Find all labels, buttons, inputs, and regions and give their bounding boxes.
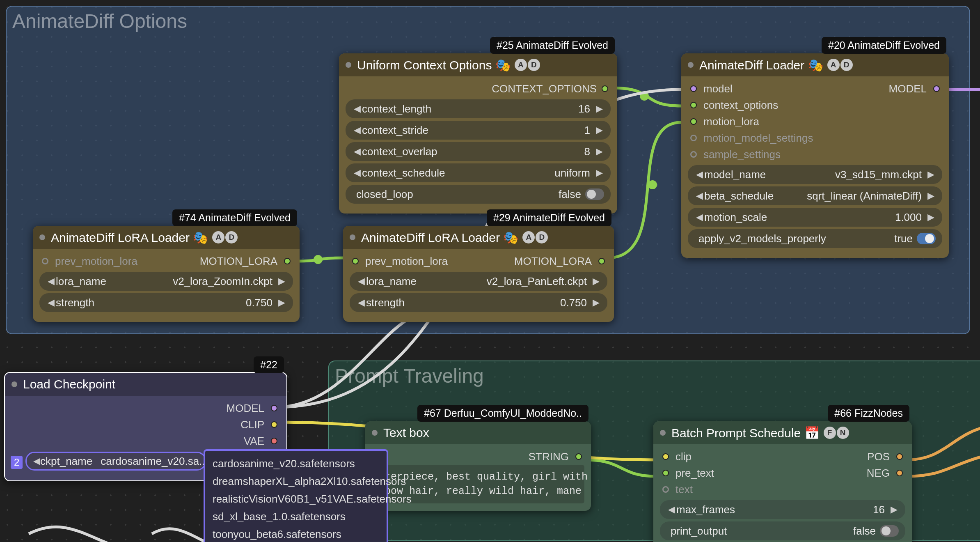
widget-context-overlap[interactable]: ◀ context_overlap 8 ▶ <box>346 142 611 161</box>
next-icon[interactable]: ▶ <box>926 191 936 201</box>
increment-icon[interactable]: ▶ <box>594 103 604 114</box>
output-port-icon[interactable] <box>271 405 277 411</box>
output-port-icon[interactable] <box>933 85 940 92</box>
input-port-icon[interactable] <box>690 102 697 108</box>
collapse-dot-icon[interactable] <box>346 62 351 68</box>
increment-icon[interactable]: ▶ <box>591 297 601 308</box>
widget-apply-v2[interactable]: apply_v2_models_properly true <box>688 229 942 248</box>
output-port-icon[interactable] <box>284 258 291 264</box>
node-batch-prompt-schedule[interactable]: #66 FizzNodes Batch Prompt Schedule 📅 F … <box>653 421 912 542</box>
node-titlebar[interactable]: AnimateDiff LoRA Loader 🎭 A D <box>343 226 614 249</box>
output-port-icon[interactable] <box>602 85 608 92</box>
dropdown-option[interactable]: sd_xl_base_1.0.safetensors <box>211 508 381 526</box>
dropdown-option[interactable]: dreamshaperXL_alpha2Xl10.safetensors <box>211 473 381 490</box>
dropdown-option[interactable]: toonyou_beta6.safetensors <box>211 526 381 542</box>
output-label: MODEL <box>889 83 927 95</box>
node-titlebar[interactable]: AnimateDiff LoRA Loader 🎭 A D <box>33 226 300 249</box>
decrement-icon[interactable]: ◀ <box>694 212 704 223</box>
input-port-icon[interactable] <box>662 470 669 476</box>
decrement-icon[interactable]: ◀ <box>666 504 676 515</box>
node-animatediff-loader[interactable]: #20 AnimateDiff Evolved AnimateDiff Load… <box>681 53 949 258</box>
decrement-icon[interactable]: ◀ <box>352 146 362 157</box>
dropdown-option[interactable]: cardosanime_v20.safetensors <box>211 455 381 473</box>
node-titlebar[interactable]: AnimateDiff Loader 🎭 A D <box>681 53 949 76</box>
decrement-icon[interactable]: ◀ <box>352 103 362 114</box>
collapse-dot-icon[interactable] <box>688 62 694 68</box>
badge-icon: D <box>528 59 540 71</box>
input-port-icon[interactable] <box>662 486 669 493</box>
next-icon[interactable]: ▶ <box>594 168 604 178</box>
output-port-icon[interactable] <box>598 258 605 264</box>
output-port-icon[interactable] <box>271 438 277 444</box>
output-port-icon[interactable] <box>575 453 582 460</box>
decrement-icon[interactable]: ◀ <box>46 297 56 308</box>
widget-context-stride[interactable]: ◀ context_stride 1 ▶ <box>346 121 611 140</box>
output-label: POS <box>867 450 890 463</box>
output-port-icon[interactable] <box>271 421 277 428</box>
edit-index-badge: 2 <box>11 456 23 469</box>
prev-icon[interactable]: ◀ <box>694 169 704 180</box>
output-port-icon[interactable] <box>896 453 903 460</box>
collapse-dot-icon[interactable] <box>39 234 45 240</box>
widget-lora-name[interactable]: ◀ lora_name v2_lora_ZoomIn.ckpt ▶ <box>39 272 293 291</box>
widget-context-schedule[interactable]: ◀ context_schedule uniform ▶ <box>346 163 611 182</box>
node-title: Batch Prompt Schedule 📅 F N <box>671 426 905 440</box>
input-port-icon[interactable] <box>690 85 697 92</box>
node-titlebar[interactable]: Load Checkpoint <box>5 373 286 396</box>
increment-icon[interactable]: ▶ <box>277 297 286 308</box>
toggle-icon[interactable] <box>585 188 604 200</box>
next-icon[interactable]: ▶ <box>591 276 601 287</box>
input-port-icon[interactable] <box>352 258 359 264</box>
next-icon[interactable]: ▶ <box>277 276 286 287</box>
widget-ckpt-name[interactable]: ◀ ckpt_name cardosanime_v20.sa... <box>25 452 206 471</box>
input-port-icon[interactable] <box>42 258 48 264</box>
widget-closed-loop[interactable]: closed_loop false <box>346 185 611 204</box>
widget-motion-scale[interactable]: ◀ motion_scale 1.000 ▶ <box>688 208 942 227</box>
prev-icon[interactable]: ◀ <box>356 276 366 287</box>
widget-lora-name[interactable]: ◀ lora_name v2_lora_PanLeft.ckpt ▶ <box>350 272 607 291</box>
input-label: motion_model_settings <box>703 132 813 145</box>
node-titlebar[interactable]: Batch Prompt Schedule 📅 F N <box>653 421 912 444</box>
node-uniform-context-options[interactable]: #25 AnimateDiff Evolved Uniform Context … <box>339 53 617 214</box>
decrement-icon[interactable]: ◀ <box>356 297 366 308</box>
increment-icon[interactable]: ▶ <box>594 146 604 157</box>
toggle-icon[interactable] <box>880 525 899 537</box>
widget-strength[interactable]: ◀ strength 0.750 ▶ <box>350 293 607 312</box>
node-titlebar[interactable]: Uniform Context Options 🎭 A D <box>339 53 617 76</box>
output-port-icon[interactable] <box>896 470 903 476</box>
widget-strength[interactable]: ◀ strength 0.750 ▶ <box>39 293 293 312</box>
prev-icon[interactable]: ◀ <box>352 168 362 178</box>
increment-icon[interactable]: ▶ <box>926 212 936 223</box>
increment-icon[interactable]: ▶ <box>889 504 899 515</box>
input-port-icon[interactable] <box>662 453 669 460</box>
widget-beta-schedule[interactable]: ◀ beta_schedule sqrt_linear (AnimateDiff… <box>688 186 942 205</box>
widget-context-length[interactable]: ◀ context_length 16 ▶ <box>346 99 611 118</box>
node-tag: #29 AnimateDiff Evolved <box>487 209 611 226</box>
collapse-dot-icon[interactable] <box>372 430 378 436</box>
collapse-dot-icon[interactable] <box>660 430 666 436</box>
node-title: AnimateDiff Loader 🎭 A D <box>699 58 942 72</box>
badge-icon: D <box>840 59 853 71</box>
node-lora-loader-29[interactable]: #29 AnimateDiff Evolved AnimateDiff LoRA… <box>343 226 614 322</box>
widget-model-name[interactable]: ◀ model_name v3_sd15_mm.ckpt ▶ <box>688 165 942 184</box>
ckpt-dropdown[interactable]: cardosanime_v20.safetensors dreamshaperX… <box>204 449 388 542</box>
next-icon[interactable]: ▶ <box>926 169 936 180</box>
node-titlebar[interactable]: Text box <box>365 421 591 444</box>
prev-icon[interactable]: ◀ <box>46 276 56 287</box>
increment-icon[interactable]: ▶ <box>594 125 604 136</box>
widget-max-frames[interactable]: ◀ max_frames 16 ▶ <box>660 500 905 519</box>
prev-icon[interactable]: ◀ <box>694 191 704 201</box>
dropdown-option[interactable]: realisticVisionV60B1_v51VAE.safetensors <box>211 490 381 508</box>
node-lora-loader-74[interactable]: #74 AnimateDiff Evolved AnimateDiff LoRA… <box>33 226 300 322</box>
prev-icon[interactable]: ◀ <box>33 456 40 466</box>
input-port-icon[interactable] <box>690 135 697 141</box>
widget-print-output[interactable]: print_output false <box>660 521 905 540</box>
node-title: AnimateDiff LoRA Loader 🎭 A D <box>51 230 293 245</box>
decrement-icon[interactable]: ◀ <box>352 125 362 136</box>
input-port-icon[interactable] <box>690 151 697 158</box>
collapse-dot-icon[interactable] <box>11 381 17 387</box>
toggle-icon[interactable] <box>917 233 936 244</box>
collapse-dot-icon[interactable] <box>350 234 355 240</box>
node-title: AnimateDiff LoRA Loader 🎭 A D <box>361 230 607 245</box>
input-port-icon[interactable] <box>690 118 697 125</box>
